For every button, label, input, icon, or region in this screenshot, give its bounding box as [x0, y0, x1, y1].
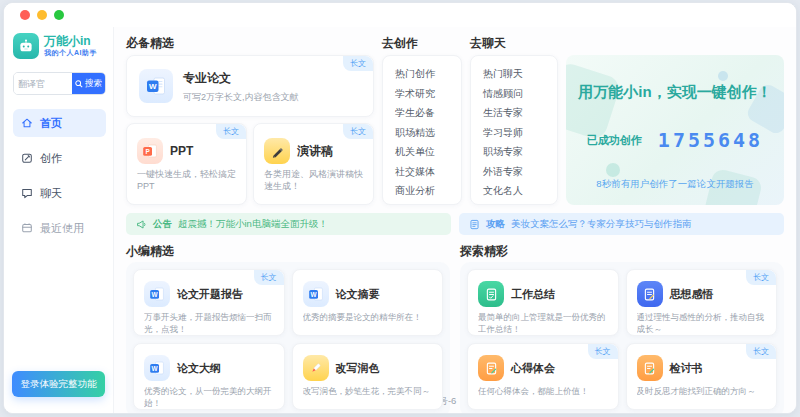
long-text-badge: 长文 [588, 344, 618, 359]
create-nav-item[interactable]: 热门创作 [395, 64, 461, 84]
chat-nav-item[interactable]: 职场专家 [483, 142, 557, 162]
chat-nav-item[interactable]: 外语专家 [483, 162, 557, 182]
long-text-badge: 长文 [216, 124, 246, 139]
card-thesis-proposal[interactable]: 长文 W 论文开题报告 万事开头难，开题报告烦恼一扫而光，点我！ [133, 269, 285, 336]
create-nav-list: 热门创作 学术研究 学生必备 职场精选 机关单位 社交媒体 商业分析 [382, 55, 462, 205]
card-desc: 各类用途、风格演讲稿快速生成！ [264, 168, 363, 192]
long-text-badge: 长文 [746, 344, 776, 359]
sidebar-item-home[interactable]: 首页 [13, 109, 106, 137]
card-work-summary[interactable]: 工作总结 最简单的向上管理就是一份优秀的工作总结！ [467, 269, 619, 336]
word-doc-icon: W [139, 69, 173, 103]
sidebar-item-recent[interactable]: 最近使用 [13, 214, 106, 242]
card-desc: 一键快速生成，轻松搞定PPT [137, 168, 236, 192]
guide-tag: 攻略 [486, 218, 505, 231]
card-title: 心得体会 [511, 361, 555, 376]
explore-section: 探索精彩 工作总结 最简单的向上管理就是一份优秀的工作总结！ [460, 243, 784, 389]
home-icon [21, 117, 33, 129]
doc-pen-icon [478, 355, 504, 381]
announcement-banner[interactable]: 公告 超震撼！万能小in电脑端全面升级！ [126, 213, 451, 235]
long-text-badge: 长文 [343, 56, 373, 71]
card-desc: 通过理性与感性的分析，推动自我成长～ [637, 312, 767, 335]
sidebar-item-create[interactable]: 创作 [13, 144, 106, 172]
promo-counter-label: 已成功创作 [587, 133, 642, 148]
card-title: 检讨书 [670, 361, 703, 376]
card-desc: 优秀的论文，从一份完美的大纲开始！ [144, 386, 274, 409]
chat-nav-item[interactable]: 学习导师 [483, 123, 557, 143]
sidebar-item-chat[interactable]: 聊天 [13, 179, 106, 207]
card-desc: 可写2万字长文,内容包含文献 [183, 91, 299, 103]
search-icon [75, 80, 83, 88]
create-nav-item[interactable]: 商业分析 [395, 181, 461, 201]
create-nav-item[interactable]: 机关单位 [395, 142, 461, 162]
chat-nav-title: 去聊天 [470, 35, 558, 51]
chat-nav-item[interactable]: 情感顾问 [483, 84, 557, 104]
chat-nav-item[interactable]: 热门聊天 [483, 64, 557, 84]
zoom-window-button[interactable] [54, 10, 64, 20]
card-self-review[interactable]: 长文 检讨书 及时反思才能找到正确的方向～ [626, 343, 778, 410]
brush-icon [303, 355, 329, 381]
close-window-button[interactable] [20, 10, 30, 20]
search-input[interactable] [14, 73, 72, 94]
card-title: PPT [170, 144, 193, 158]
sidebar: 万能小in 我的个人AI助手 搜索 首页 创作 [4, 27, 114, 413]
editor-picks-title: 小编精选 [126, 243, 450, 259]
featured-section: 必备精选 长文 W 专业论文 可写2万字长文,内容包含文献 [126, 35, 374, 205]
svg-text:W: W [310, 291, 317, 298]
card-title: 论文大纲 [177, 361, 221, 376]
word-doc-icon: W [303, 281, 329, 307]
card-experience-insight[interactable]: 长文 心得体会 任何心得体会，都能上价值！ [467, 343, 619, 410]
chat-bubble-icon [21, 187, 33, 199]
svg-text:W: W [152, 291, 159, 298]
explore-title: 探索精彩 [460, 243, 784, 259]
window-titlebar [4, 3, 796, 27]
chat-nav-list: 热门聊天 情感顾问 生活专家 学习导师 职场专家 外语专家 文化名人 [470, 55, 558, 205]
search-button[interactable]: 搜索 [72, 73, 105, 94]
chat-nav-section: 去聊天 热门聊天 情感顾问 生活专家 学习导师 职场专家 外语专家 文化名人 [470, 35, 558, 205]
editor-picks-section: 小编精选 长文 W 论文开题报告 万事开头难，开题报告烦恼一扫而光，点我！ [126, 243, 450, 389]
card-thesis-outline[interactable]: W 论文大纲 优秀的论文，从一份完美的大纲开始！ [133, 343, 285, 410]
create-nav-item[interactable]: 学术研究 [395, 84, 461, 104]
promo-title: 用万能小in，实现一键创作！ [566, 83, 784, 102]
promo-banner: 用万能小in，实现一键创作！ 已成功创作 1755648 8秒前有用户创作了一篇… [566, 55, 784, 205]
card-ppt[interactable]: 长文 P PPT 一键快速生成，轻松搞定PPT [126, 123, 247, 205]
recent-icon [21, 222, 33, 234]
create-nav-item[interactable]: 职场精选 [395, 123, 461, 143]
featured-title: 必备精选 [126, 35, 374, 51]
card-title: 改写润色 [336, 361, 380, 376]
word-doc-icon: W [144, 281, 170, 307]
long-text-badge: 长文 [343, 124, 373, 139]
card-title: 论文开题报告 [177, 287, 243, 302]
app-logo: 万能小in 我的个人AI助手 [13, 33, 106, 59]
guide-banner[interactable]: 攻略 美妆文案怎么写？专家分享技巧与创作指南 [459, 213, 784, 235]
word-doc-icon: W [144, 355, 170, 381]
svg-text:P: P [145, 148, 150, 155]
create-nav-item[interactable]: 学生必备 [395, 103, 461, 123]
doc-pen-icon [637, 355, 663, 381]
card-speech-draft[interactable]: 长文 演讲稿 各类用途、风格演讲稿快速生成！ [253, 123, 374, 205]
card-professional-paper[interactable]: 长文 W 专业论文 可写2万字长文,内容包含文献 [126, 55, 374, 117]
chat-nav-item[interactable]: 生活专家 [483, 103, 557, 123]
card-rewrite-polish[interactable]: 改写润色 改写润色，妙笔生花，完美不同～ [292, 343, 444, 410]
app-window: 万能小in 我的个人AI助手 搜索 首页 创作 [3, 2, 797, 414]
card-title: 专业论文 [183, 70, 299, 87]
pen-icon [264, 138, 290, 164]
minimize-window-button[interactable] [37, 10, 47, 20]
card-desc: 改写润色，妙笔生花，完美不同～ [303, 386, 433, 398]
svg-text:W: W [149, 82, 157, 91]
chat-nav-item[interactable]: 文化名人 [483, 181, 557, 201]
card-title: 思想感悟 [670, 287, 714, 302]
card-title: 工作总结 [511, 287, 555, 302]
checklist-icon [478, 281, 504, 307]
card-thought-reflection[interactable]: 长文 思想感悟 通过理性与感性的分析，推动自我成长～ [626, 269, 778, 336]
sidebar-menu: 首页 创作 聊天 最近使用 [13, 109, 106, 242]
card-desc: 优秀的摘要是论文的精华所在！ [303, 312, 433, 324]
login-button[interactable]: 登录体验完整功能 [12, 371, 105, 397]
main-content: 必备精选 长文 W 专业论文 可写2万字长文,内容包含文献 [114, 27, 796, 413]
promo-ticker: 8秒前有用户创作了一篇论文开题报告 [566, 178, 784, 191]
card-title: 演讲稿 [297, 143, 333, 160]
card-thesis-abstract[interactable]: W 论文摘要 优秀的摘要是论文的精华所在！ [292, 269, 444, 336]
app-title: 万能小in [44, 35, 97, 48]
create-nav-item[interactable]: 社交媒体 [395, 162, 461, 182]
announcement-tag: 公告 [153, 218, 172, 231]
card-desc: 任何心得体会，都能上价值！ [478, 386, 608, 398]
